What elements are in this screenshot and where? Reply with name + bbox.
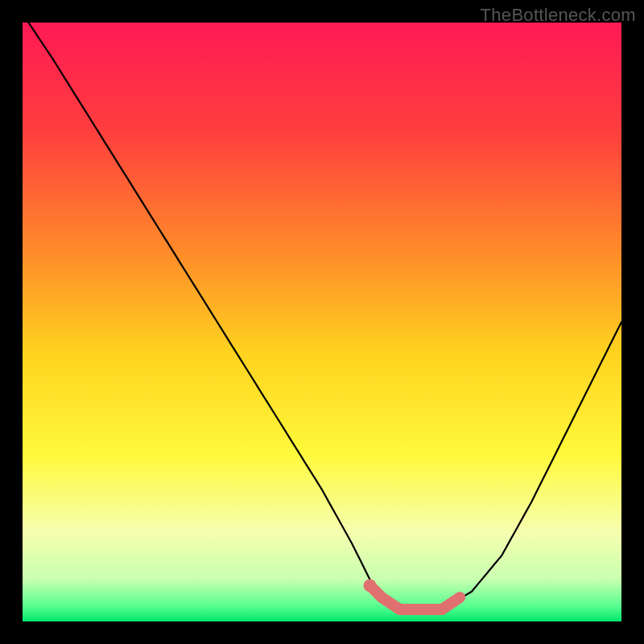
watermark-text: TheBottleneck.com <box>481 5 636 26</box>
optimal-marker-dot <box>364 579 377 592</box>
chart-container: TheBottleneck.com <box>0 0 644 644</box>
chart-svg <box>23 23 621 621</box>
plot-area <box>23 23 621 621</box>
gradient-background <box>23 23 621 621</box>
